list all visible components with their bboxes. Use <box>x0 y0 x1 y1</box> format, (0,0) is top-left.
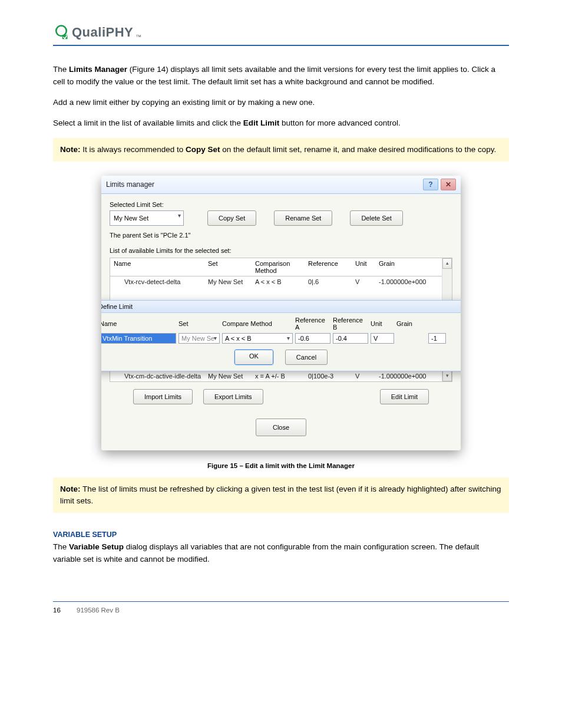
scroll-up-icon[interactable]: ▴ <box>442 258 452 269</box>
dialog-title: Limits manager <box>106 180 154 189</box>
reference-a-field[interactable]: -0.6 <box>295 333 330 344</box>
svg-point-0 <box>56 26 67 37</box>
page-number: 16 <box>53 607 77 614</box>
close-icon[interactable]: ✕ <box>441 179 456 190</box>
table-row[interactable]: Vtx-rcv-detect-delta My New Set A < x < … <box>110 276 452 287</box>
logo-text: QualiPHY <box>72 25 133 40</box>
note-refresh-limits: Note: The list of limits must be refresh… <box>53 477 509 513</box>
paragraph-variable-setup: The Variable Setup dialog displays all v… <box>53 541 509 566</box>
ok-button[interactable]: OK <box>234 350 273 365</box>
delete-set-button[interactable]: Delete Set <box>350 210 402 226</box>
define-limit-header: Name Set Compare Method Reference A Refe… <box>101 317 461 331</box>
paragraph-add-limit: Add a new limit either by copying an exi… <box>53 97 509 109</box>
define-limit-dialog: Define Limit Name Set Compare Method Ref… <box>101 300 461 371</box>
limits-manager-dialog: Limits manager ? ✕ Selected Limit Set: M… <box>101 176 461 450</box>
close-button[interactable]: Close <box>256 419 306 436</box>
page-footer: 16 919586 Rev B <box>53 601 509 614</box>
parent-set-text: The parent Set is "PCIe 2.1" <box>110 232 452 239</box>
set-dropdown[interactable]: My New Se <box>178 333 220 344</box>
reference-b-field[interactable]: -0.4 <box>333 333 368 344</box>
grain-field[interactable]: -1 <box>428 333 446 344</box>
edit-limit-button[interactable]: Edit Limit <box>380 389 429 404</box>
name-field[interactable]: VtxMin Transition <box>101 333 176 344</box>
table-header: Name Set Comparison Method Reference Uni… <box>110 258 452 276</box>
header-logo: QualiPHY™ <box>53 24 509 46</box>
compare-method-dropdown[interactable]: A < x < B <box>222 333 293 344</box>
variable-setup-heading: VARIABLE SETUP <box>53 531 509 539</box>
dialog-titlebar[interactable]: Limits manager ? ✕ <box>101 176 461 194</box>
export-limits-button[interactable]: Export Limits <box>203 389 263 404</box>
paragraph-edit-limit: Select a limit in the list of available … <box>53 117 509 130</box>
unit-field[interactable]: V <box>371 333 394 344</box>
define-limit-title[interactable]: Define Limit <box>101 301 461 313</box>
table-row[interactable]: Vtx-cm-dc-active-idle-delta My New Set x… <box>110 371 452 381</box>
list-limits-label: List of available Limits for the selecte… <box>110 247 452 254</box>
copy-set-button[interactable]: Copy Set <box>207 210 256 226</box>
import-limits-button[interactable]: Import Limits <box>133 389 193 404</box>
selected-limit-dropdown[interactable]: My New Set <box>110 210 184 226</box>
figure-caption: Figure 15 – Edit a limit with the Limit … <box>53 462 509 469</box>
scroll-down-icon[interactable]: ▾ <box>442 371 452 381</box>
note-copy-set: Note: It is always recommended to Copy S… <box>53 138 509 162</box>
logo-trademark: ™ <box>135 34 142 40</box>
logo-icon <box>53 24 70 40</box>
cancel-button[interactable]: Cancel <box>285 350 328 365</box>
rename-set-button[interactable]: Rename Set <box>274 210 332 226</box>
help-icon[interactable]: ? <box>423 179 438 190</box>
selected-limit-label: Selected Limit Set: <box>110 201 452 208</box>
paragraph-limits-manager: The Limits Manager (Figure 14) displays … <box>53 64 509 88</box>
footer-revision: 919586 Rev B <box>77 607 120 614</box>
